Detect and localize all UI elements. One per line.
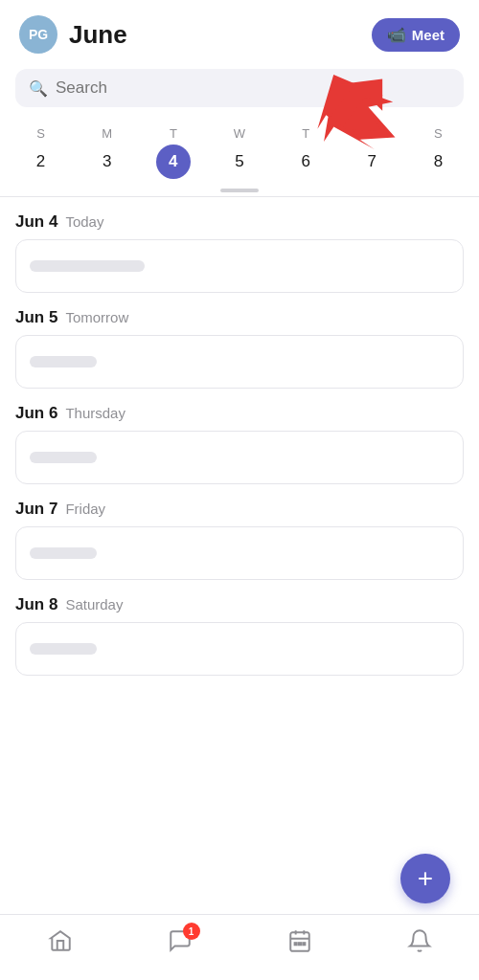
day-label-m: M bbox=[74, 122, 140, 145]
event-card-jun8-1[interactable] bbox=[15, 622, 464, 676]
day-section-jun4: Jun 4 Today bbox=[15, 212, 464, 293]
calendar-icon bbox=[287, 928, 312, 959]
day-section-jun7: Jun 7 Friday bbox=[15, 500, 464, 580]
avatar[interactable]: PG bbox=[19, 15, 57, 54]
day-name-jun7: Friday bbox=[65, 501, 105, 517]
video-icon: 📹 bbox=[387, 26, 406, 44]
date-2[interactable]: 2 bbox=[8, 145, 74, 179]
nav-item-notifications[interactable] bbox=[392, 924, 447, 963]
day-section-jun6: Jun 6 Thursday bbox=[15, 404, 464, 484]
day-header-jun6: Jun 6 Thursday bbox=[15, 404, 464, 423]
event-placeholder bbox=[30, 260, 145, 272]
week-dates: 2 3 4 5 6 7 8 bbox=[0, 145, 479, 179]
nav-item-home[interactable] bbox=[33, 924, 88, 963]
event-card-jun7-1[interactable] bbox=[15, 526, 464, 580]
search-bar[interactable]: 🔍 bbox=[15, 69, 464, 107]
day-label-f: F bbox=[339, 122, 405, 145]
day-label-t2: T bbox=[273, 122, 339, 145]
day-label-s2: S bbox=[405, 122, 471, 145]
event-card-jun5-1[interactable] bbox=[15, 335, 464, 389]
day-number-jun8: Jun 8 bbox=[15, 595, 57, 614]
day-sections: Jun 4 Today Jun 5 Tomorrow bbox=[0, 197, 479, 683]
day-section-jun5: Jun 5 Tomorrow bbox=[15, 308, 464, 389]
day-number-jun7: Jun 7 bbox=[15, 500, 57, 519]
day-number-jun5: Jun 5 bbox=[15, 308, 57, 327]
day-name-jun4: Today bbox=[65, 213, 103, 230]
week-days-header: S M T W T F S bbox=[0, 122, 479, 145]
event-placeholder-short-4 bbox=[30, 643, 97, 655]
date-6[interactable]: 6 bbox=[273, 145, 339, 179]
home-icon bbox=[48, 928, 73, 959]
svg-rect-5 bbox=[298, 943, 300, 945]
day-label-w: W bbox=[206, 122, 272, 145]
chat-badge: 1 bbox=[183, 923, 200, 940]
day-section-jun8: Jun 8 Saturday bbox=[15, 595, 464, 676]
date-7[interactable]: 7 bbox=[339, 145, 405, 179]
add-event-fab[interactable]: + bbox=[400, 854, 450, 903]
scroll-bar bbox=[220, 189, 259, 192]
calendar-week: S M T W T F S 2 3 4 5 6 7 8 bbox=[0, 115, 479, 183]
svg-rect-6 bbox=[303, 943, 305, 945]
day-label-t1: T bbox=[140, 122, 206, 145]
header-left: PG June bbox=[19, 15, 127, 54]
day-number-jun4: Jun 4 bbox=[15, 212, 57, 232]
day-name-jun5: Tomorrow bbox=[65, 309, 128, 325]
app-header: PG June 📹 Meet bbox=[0, 0, 479, 61]
day-header-jun4: Jun 4 Today bbox=[15, 212, 464, 232]
date-3[interactable]: 3 bbox=[74, 145, 140, 179]
day-name-jun8: Saturday bbox=[65, 596, 123, 612]
event-placeholder-short bbox=[30, 356, 97, 368]
nav-item-calendar[interactable] bbox=[272, 924, 328, 963]
meet-button[interactable]: 📹 Meet bbox=[372, 18, 460, 52]
date-5[interactable]: 5 bbox=[206, 145, 272, 179]
day-header-jun8: Jun 8 Saturday bbox=[15, 595, 464, 614]
search-input[interactable] bbox=[56, 78, 450, 98]
day-label-s1: S bbox=[8, 122, 74, 145]
date-4-today[interactable]: 4 bbox=[156, 145, 191, 179]
meet-button-label: Meet bbox=[412, 27, 445, 43]
svg-rect-3 bbox=[290, 932, 309, 951]
event-card-jun4-1[interactable] bbox=[15, 239, 464, 293]
svg-rect-4 bbox=[294, 943, 296, 945]
scroll-indicator bbox=[0, 183, 479, 196]
event-placeholder-short-3 bbox=[30, 547, 97, 559]
date-8[interactable]: 8 bbox=[405, 145, 471, 179]
day-header-jun7: Jun 7 Friday bbox=[15, 500, 464, 519]
page-title: June bbox=[69, 20, 127, 50]
bell-icon bbox=[407, 928, 432, 959]
event-card-jun6-1[interactable] bbox=[15, 431, 464, 484]
day-name-jun6: Thursday bbox=[65, 405, 125, 421]
day-number-jun6: Jun 6 bbox=[15, 404, 57, 423]
event-placeholder-short-2 bbox=[30, 452, 97, 463]
search-icon: 🔍 bbox=[29, 79, 48, 98]
day-header-jun5: Jun 5 Tomorrow bbox=[15, 308, 464, 327]
nav-item-chat[interactable]: 1 bbox=[152, 924, 208, 963]
bottom-navigation: 1 bbox=[0, 914, 479, 980]
main-content: Jun 4 Today Jun 5 Tomorrow bbox=[0, 197, 479, 760]
